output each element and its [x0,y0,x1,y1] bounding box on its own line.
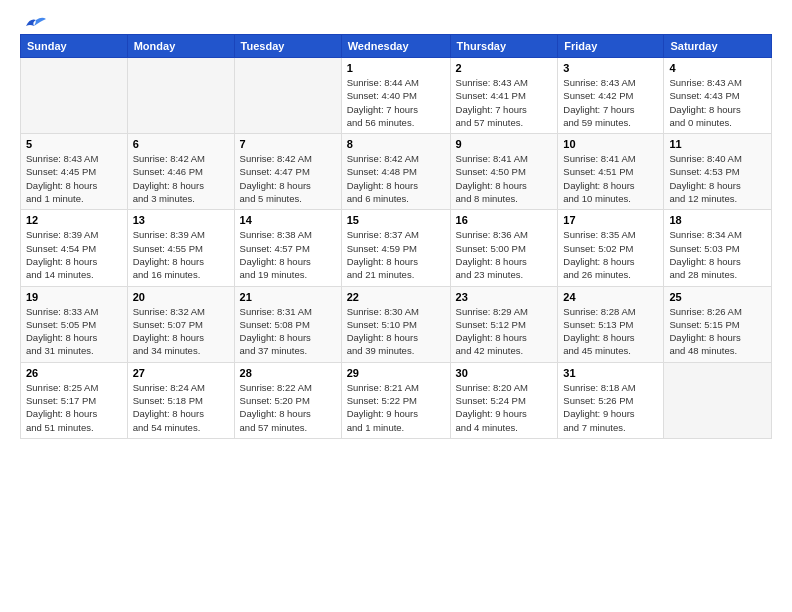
day-number: 11 [669,138,766,150]
header-row: SundayMondayTuesdayWednesdayThursdayFrid… [21,35,772,58]
day-info: Sunrise: 8:43 AM Sunset: 4:45 PM Dayligh… [26,152,122,205]
col-header-monday: Monday [127,35,234,58]
calendar-cell: 31Sunrise: 8:18 AM Sunset: 5:26 PM Dayli… [558,362,664,438]
calendar-cell: 20Sunrise: 8:32 AM Sunset: 5:07 PM Dayli… [127,286,234,362]
day-info: Sunrise: 8:44 AM Sunset: 4:40 PM Dayligh… [347,76,445,129]
day-info: Sunrise: 8:38 AM Sunset: 4:57 PM Dayligh… [240,228,336,281]
day-info: Sunrise: 8:26 AM Sunset: 5:15 PM Dayligh… [669,305,766,358]
calendar-cell [127,58,234,134]
day-number: 17 [563,214,658,226]
calendar-cell: 4Sunrise: 8:43 AM Sunset: 4:43 PM Daylig… [664,58,772,134]
day-number: 20 [133,291,229,303]
calendar-cell [234,58,341,134]
calendar-cell: 11Sunrise: 8:40 AM Sunset: 4:53 PM Dayli… [664,134,772,210]
day-number: 3 [563,62,658,74]
calendar-cell: 6Sunrise: 8:42 AM Sunset: 4:46 PM Daylig… [127,134,234,210]
week-row-2: 5Sunrise: 8:43 AM Sunset: 4:45 PM Daylig… [21,134,772,210]
day-number: 7 [240,138,336,150]
calendar-cell: 29Sunrise: 8:21 AM Sunset: 5:22 PM Dayli… [341,362,450,438]
day-number: 10 [563,138,658,150]
calendar-cell: 19Sunrise: 8:33 AM Sunset: 5:05 PM Dayli… [21,286,128,362]
day-info: Sunrise: 8:39 AM Sunset: 4:54 PM Dayligh… [26,228,122,281]
day-number: 12 [26,214,122,226]
day-number: 19 [26,291,122,303]
day-number: 8 [347,138,445,150]
day-number: 13 [133,214,229,226]
calendar-cell: 13Sunrise: 8:39 AM Sunset: 4:55 PM Dayli… [127,210,234,286]
calendar-cell: 22Sunrise: 8:30 AM Sunset: 5:10 PM Dayli… [341,286,450,362]
day-info: Sunrise: 8:21 AM Sunset: 5:22 PM Dayligh… [347,381,445,434]
day-number: 15 [347,214,445,226]
day-info: Sunrise: 8:31 AM Sunset: 5:08 PM Dayligh… [240,305,336,358]
day-number: 14 [240,214,336,226]
day-number: 26 [26,367,122,379]
col-header-friday: Friday [558,35,664,58]
page: SundayMondayTuesdayWednesdayThursdayFrid… [0,0,792,612]
day-number: 5 [26,138,122,150]
day-number: 2 [456,62,553,74]
col-header-wednesday: Wednesday [341,35,450,58]
col-header-saturday: Saturday [664,35,772,58]
calendar-cell: 10Sunrise: 8:41 AM Sunset: 4:51 PM Dayli… [558,134,664,210]
day-info: Sunrise: 8:32 AM Sunset: 5:07 PM Dayligh… [133,305,229,358]
day-info: Sunrise: 8:41 AM Sunset: 4:50 PM Dayligh… [456,152,553,205]
calendar-cell: 18Sunrise: 8:34 AM Sunset: 5:03 PM Dayli… [664,210,772,286]
calendar-cell: 9Sunrise: 8:41 AM Sunset: 4:50 PM Daylig… [450,134,558,210]
calendar-cell: 15Sunrise: 8:37 AM Sunset: 4:59 PM Dayli… [341,210,450,286]
header [20,16,772,28]
day-number: 18 [669,214,766,226]
day-number: 24 [563,291,658,303]
day-info: Sunrise: 8:35 AM Sunset: 5:02 PM Dayligh… [563,228,658,281]
calendar-cell: 27Sunrise: 8:24 AM Sunset: 5:18 PM Dayli… [127,362,234,438]
day-number: 1 [347,62,445,74]
day-number: 22 [347,291,445,303]
logo-bird-icon [22,16,46,32]
day-number: 29 [347,367,445,379]
day-number: 28 [240,367,336,379]
day-number: 6 [133,138,229,150]
day-info: Sunrise: 8:25 AM Sunset: 5:17 PM Dayligh… [26,381,122,434]
week-row-4: 19Sunrise: 8:33 AM Sunset: 5:05 PM Dayli… [21,286,772,362]
day-number: 30 [456,367,553,379]
calendar-cell: 25Sunrise: 8:26 AM Sunset: 5:15 PM Dayli… [664,286,772,362]
calendar-table: SundayMondayTuesdayWednesdayThursdayFrid… [20,34,772,439]
day-info: Sunrise: 8:20 AM Sunset: 5:24 PM Dayligh… [456,381,553,434]
calendar-cell: 8Sunrise: 8:42 AM Sunset: 4:48 PM Daylig… [341,134,450,210]
calendar-cell: 14Sunrise: 8:38 AM Sunset: 4:57 PM Dayli… [234,210,341,286]
day-info: Sunrise: 8:36 AM Sunset: 5:00 PM Dayligh… [456,228,553,281]
day-number: 27 [133,367,229,379]
day-number: 21 [240,291,336,303]
day-info: Sunrise: 8:37 AM Sunset: 4:59 PM Dayligh… [347,228,445,281]
calendar-cell: 7Sunrise: 8:42 AM Sunset: 4:47 PM Daylig… [234,134,341,210]
calendar-cell: 16Sunrise: 8:36 AM Sunset: 5:00 PM Dayli… [450,210,558,286]
col-header-thursday: Thursday [450,35,558,58]
day-info: Sunrise: 8:40 AM Sunset: 4:53 PM Dayligh… [669,152,766,205]
calendar-cell: 24Sunrise: 8:28 AM Sunset: 5:13 PM Dayli… [558,286,664,362]
day-number: 4 [669,62,766,74]
calendar-cell: 23Sunrise: 8:29 AM Sunset: 5:12 PM Dayli… [450,286,558,362]
calendar-cell: 3Sunrise: 8:43 AM Sunset: 4:42 PM Daylig… [558,58,664,134]
day-info: Sunrise: 8:41 AM Sunset: 4:51 PM Dayligh… [563,152,658,205]
day-info: Sunrise: 8:24 AM Sunset: 5:18 PM Dayligh… [133,381,229,434]
calendar-cell: 30Sunrise: 8:20 AM Sunset: 5:24 PM Dayli… [450,362,558,438]
day-info: Sunrise: 8:18 AM Sunset: 5:26 PM Dayligh… [563,381,658,434]
day-info: Sunrise: 8:43 AM Sunset: 4:41 PM Dayligh… [456,76,553,129]
day-number: 23 [456,291,553,303]
logo [20,16,46,28]
day-number: 9 [456,138,553,150]
day-info: Sunrise: 8:43 AM Sunset: 4:42 PM Dayligh… [563,76,658,129]
calendar-cell [664,362,772,438]
calendar-cell: 28Sunrise: 8:22 AM Sunset: 5:20 PM Dayli… [234,362,341,438]
col-header-sunday: Sunday [21,35,128,58]
day-info: Sunrise: 8:39 AM Sunset: 4:55 PM Dayligh… [133,228,229,281]
day-info: Sunrise: 8:42 AM Sunset: 4:46 PM Dayligh… [133,152,229,205]
calendar-cell: 2Sunrise: 8:43 AM Sunset: 4:41 PM Daylig… [450,58,558,134]
day-info: Sunrise: 8:28 AM Sunset: 5:13 PM Dayligh… [563,305,658,358]
calendar-cell: 21Sunrise: 8:31 AM Sunset: 5:08 PM Dayli… [234,286,341,362]
day-info: Sunrise: 8:30 AM Sunset: 5:10 PM Dayligh… [347,305,445,358]
week-row-1: 1Sunrise: 8:44 AM Sunset: 4:40 PM Daylig… [21,58,772,134]
day-info: Sunrise: 8:42 AM Sunset: 4:48 PM Dayligh… [347,152,445,205]
calendar-cell: 26Sunrise: 8:25 AM Sunset: 5:17 PM Dayli… [21,362,128,438]
week-row-3: 12Sunrise: 8:39 AM Sunset: 4:54 PM Dayli… [21,210,772,286]
calendar-cell: 1Sunrise: 8:44 AM Sunset: 4:40 PM Daylig… [341,58,450,134]
